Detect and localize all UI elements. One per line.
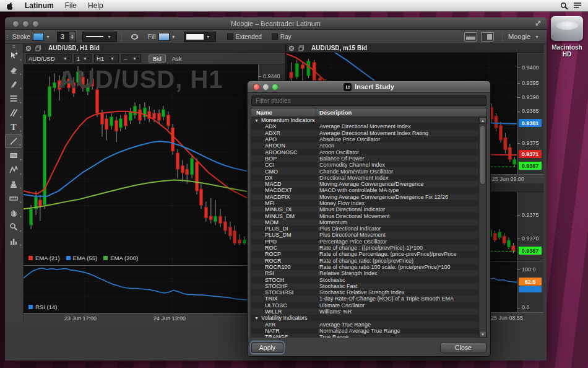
- study-row[interactable]: ROCR100Rate of change ratio 100 scale: (…: [251, 264, 478, 270]
- scroll-up-icon[interactable]: ▲: [479, 117, 486, 124]
- ray-checkbox[interactable]: [272, 33, 278, 40]
- disclosure-triangle-icon[interactable]: ▼: [254, 118, 259, 123]
- desktop-drive-icon[interactable]: Macintosh HD: [547, 16, 587, 58]
- second-color-select[interactable]: ▼: [184, 32, 216, 42]
- tool-magnifier-icon[interactable]: ▸: [5, 220, 22, 234]
- tool-eraser-icon[interactable]: ▸: [5, 63, 22, 77]
- study-row[interactable]: AROONOSCAroon Oscillator: [251, 149, 478, 155]
- layout-vertical-split-button[interactable]: [481, 32, 494, 42]
- study-row[interactable]: STOCHFStochastic Fast: [251, 283, 478, 289]
- tool-histogram-icon[interactable]: ▸: [5, 234, 22, 248]
- table-header[interactable]: Name Description: [251, 108, 486, 117]
- filter-studies-input[interactable]: [251, 95, 486, 106]
- dialog-zoom-button[interactable]: [272, 84, 279, 90]
- study-row[interactable]: PPOPercentage Price Oscillator: [251, 239, 478, 245]
- scroll-down-icon[interactable]: ▼: [479, 331, 486, 338]
- study-row[interactable]: RSIRelative Strength Index: [251, 270, 478, 276]
- tool-parallel-lines-icon[interactable]: ▸: [5, 106, 22, 120]
- study-row[interactable]: MOMMomentum: [251, 219, 478, 226]
- tool-trend-line-icon[interactable]: ▸: [5, 134, 22, 148]
- swap-orientation-icon[interactable]: [130, 32, 139, 42]
- fill-color-dropdown-arrow[interactable]: ▼: [171, 35, 176, 39]
- spotlight-search-icon[interactable]: [557, 0, 571, 11]
- study-row[interactable]: NATRNormalized Average True Range: [251, 328, 478, 334]
- study-row[interactable]: PLUS_DIPlus Directional Indicator: [251, 226, 478, 232]
- chart-h1-rsi-pane[interactable]: RSI (14): [24, 265, 258, 313]
- close-chart-icon[interactable]: [288, 45, 295, 51]
- stroke-color-swatch[interactable]: [33, 33, 44, 41]
- restore-chart-icon[interactable]: [298, 45, 305, 51]
- menu-help[interactable]: Help: [82, 0, 109, 11]
- timeframe-select[interactable]: H1▼: [94, 54, 119, 63]
- chart-h1-time-axis[interactable]: 23 Jun 17:00 24 Jun 13:00: [24, 313, 285, 323]
- expand-window-icon[interactable]: [535, 20, 542, 27]
- sidebar-grip[interactable]: ≡: [5, 44, 23, 48]
- restore-chart-icon[interactable]: [35, 45, 41, 51]
- study-row[interactable]: AROONAroon: [251, 142, 478, 149]
- study-row[interactable]: TRIX1-day Rate-Of-Change (ROC) of a Trip…: [251, 296, 478, 302]
- zoom-window-button[interactable]: [32, 20, 39, 27]
- study-row[interactable]: CCICommodity Channel Index: [251, 162, 478, 168]
- study-row[interactable]: BOPBalance Of Power: [251, 156, 478, 162]
- tool-zigzag-icon[interactable]: ▸: [5, 163, 22, 177]
- apple-menu[interactable]: [0, 0, 19, 11]
- study-group-row[interactable]: ▼Momentum Indicators: [251, 117, 478, 123]
- tool-rectangle-icon[interactable]: ▸: [5, 149, 22, 162]
- notification-list-icon[interactable]: [571, 0, 584, 11]
- profile-dropdown-arrow[interactable]: ▼: [535, 35, 539, 39]
- tool-cursor-add-icon[interactable]: ▸: [5, 49, 22, 63]
- profile-selector[interactable]: Moogie: [508, 33, 530, 40]
- column-name[interactable]: Name: [251, 108, 316, 116]
- study-row[interactable]: CMOChande Momentum Oscillator: [251, 168, 478, 174]
- study-group-row[interactable]: ▼Volatility Indicators: [251, 315, 478, 321]
- disclosure-triangle-icon[interactable]: ▼: [254, 316, 259, 320]
- tool-hand-icon[interactable]: ▸: [5, 206, 22, 219]
- chart-h1-price-pane[interactable]: AUD/USD, H1 EMA (21) EMA (55) EMA (200): [24, 64, 258, 265]
- menu-file[interactable]: File: [59, 0, 82, 11]
- chart-h1-tab-bar[interactable]: AUD/USD, H1 Bid: [24, 44, 285, 53]
- ask-button[interactable]: Ask: [172, 55, 182, 62]
- layout-horizontal-split-button[interactable]: [464, 32, 477, 42]
- fill-color-swatch[interactable]: [158, 33, 170, 41]
- study-row[interactable]: ADXAverage Directional Movement Index: [251, 123, 478, 129]
- study-row[interactable]: MACDMoving Average Convergence/Divergenc…: [251, 181, 478, 187]
- close-button[interactable]: Close: [440, 342, 486, 353]
- close-chart-icon[interactable]: [25, 45, 32, 51]
- dialog-minimize-button[interactable]: [262, 84, 269, 90]
- study-row[interactable]: MACDEXTMACD with controllable MA type: [251, 187, 478, 193]
- symbol-select[interactable]: AUD/USD▼: [26, 54, 72, 63]
- study-row[interactable]: MINUS_DMMinus Directional Movement: [251, 212, 478, 219]
- apply-button[interactable]: Apply: [251, 342, 283, 353]
- tool-text-icon[interactable]: T▸: [5, 120, 22, 134]
- study-row[interactable]: TRANGETrue Range: [251, 334, 478, 338]
- extended-checkbox[interactable]: [227, 33, 233, 40]
- study-row[interactable]: STOCHStochastic: [251, 276, 478, 283]
- study-row[interactable]: PLUS_DMPlus Directional Movement: [251, 232, 478, 238]
- study-row[interactable]: ROCRRate of change ratio: (price/prevPri…: [251, 258, 478, 264]
- line-style-select[interactable]: ▼: [82, 32, 117, 42]
- scroll-thumb[interactable]: [480, 125, 486, 185]
- study-row[interactable]: ULTOSCUltimate Oscillator: [251, 302, 478, 309]
- chart-m15-tab-bar[interactable]: AUD/USD, m15 Bid: [287, 44, 543, 53]
- study-row[interactable]: ATRAverage True Range: [251, 322, 478, 328]
- chart-bottom-price-axis[interactable]: 0.9375 0.9370 0.9367 100.0 62.5 0.0: [517, 192, 543, 312]
- count-select[interactable]: 1▼: [74, 54, 92, 63]
- stroke-color-dropdown-arrow[interactable]: ▼: [46, 35, 50, 39]
- tool-h-lines-icon[interactable]: ▸: [5, 92, 22, 105]
- tool-ruler-icon[interactable]: ▸: [5, 191, 22, 205]
- style-select[interactable]: –▼: [121, 54, 141, 63]
- menu-app-name[interactable]: Latinum: [19, 0, 59, 11]
- study-row[interactable]: APOAbsolute Price Oscillator: [251, 136, 478, 142]
- study-row[interactable]: MFIMoney Flow Index: [251, 200, 478, 206]
- dialog-close-button[interactable]: [253, 84, 260, 90]
- tool-pen-icon[interactable]: ▸: [5, 77, 22, 91]
- bid-button[interactable]: Bid: [149, 55, 166, 63]
- study-row[interactable]: STOCHRSIStochastic Relative Strength Ind…: [251, 289, 478, 296]
- dialog-title-bar[interactable]: Lt Insert Study: [248, 81, 490, 93]
- study-row[interactable]: ADXRAverage Directional Movement Index R…: [251, 130, 478, 136]
- stepper-arrows[interactable]: ▲▼: [69, 32, 76, 42]
- toolbar-grip[interactable]: ⋮⋮: [5, 35, 10, 39]
- tool-stamp-icon[interactable]: ▸: [5, 177, 22, 191]
- study-row[interactable]: MACDFIXMoving Average Convergence/Diverg…: [251, 194, 478, 200]
- close-window-button[interactable]: [12, 20, 19, 27]
